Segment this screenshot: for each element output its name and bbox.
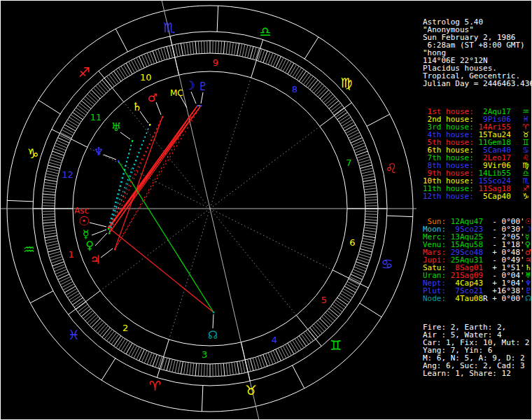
degree-tick	[111, 335, 119, 345]
degree-tick	[183, 43, 186, 55]
degree-tick	[139, 56, 145, 67]
degree-tick	[351, 274, 362, 280]
aspect-line	[115, 106, 201, 249]
degree-tick	[306, 76, 314, 86]
house-number-10: 10	[140, 72, 152, 83]
house-number-1: 1	[69, 249, 74, 260]
degree-tick	[299, 336, 306, 346]
degree-tick	[343, 122, 354, 128]
degree-tick	[316, 322, 324, 331]
pluto-pointer	[201, 92, 203, 104]
degree-tick	[332, 304, 342, 312]
saturn-glyph-icon: ♄	[132, 100, 142, 113]
degree-tick	[248, 46, 251, 57]
degree-tick	[204, 41, 205, 53]
degree-tick	[326, 313, 335, 321]
degree-tick	[192, 41, 194, 54]
venus-position-dot	[108, 232, 110, 234]
degree-tick	[229, 363, 230, 375]
degree-tick	[113, 336, 120, 346]
degree-tick	[63, 127, 74, 134]
degree-tick	[190, 42, 191, 55]
degree-tick	[43, 188, 56, 190]
house-number-2: 2	[122, 323, 128, 333]
degree-tick	[229, 42, 230, 55]
degree-tick	[362, 241, 374, 244]
degree-tick	[337, 298, 348, 304]
degree-tick	[310, 328, 318, 337]
degree-tick	[316, 85, 324, 94]
planet-position-list: Sun: 12Aqu47 - 0°00'☉Moon: 9Sco23 - 0°30…	[423, 218, 529, 302]
degree-tick	[118, 339, 125, 349]
degree-tick	[359, 162, 371, 166]
degree-tick	[190, 363, 191, 375]
degree-tick	[44, 182, 57, 184]
degree-tick	[323, 94, 332, 102]
degree-tick	[78, 105, 88, 113]
house-cusp-dotted	[100, 209, 210, 290]
degree-tick	[126, 63, 132, 74]
degree-tick	[106, 331, 114, 341]
degree-tick	[360, 168, 372, 171]
degree-tick	[365, 225, 377, 226]
degree-tick	[363, 236, 376, 238]
degree-tick	[93, 321, 102, 330]
degree-tick	[293, 340, 300, 351]
degree-tick	[301, 335, 309, 345]
degree-tick	[87, 314, 96, 323]
degree-tick	[328, 311, 337, 319]
degree-tick	[164, 47, 167, 59]
degree-tick	[347, 281, 358, 287]
degree-tick	[322, 92, 331, 101]
degree-tick	[337, 112, 348, 119]
degree-tick	[164, 358, 167, 370]
degree-tick	[97, 324, 106, 333]
house-cusp-list: 1st house: 2Aqu17♒ 2nd house: 9Pis06♓ 3r…	[423, 108, 529, 200]
degree-tick	[95, 322, 104, 331]
degree-tick	[318, 88, 327, 97]
degree-tick	[361, 244, 374, 246]
aspect-line	[108, 125, 150, 227]
element-tally: Fire: 2, Earth: 2,Air : 5, Water: 4Car: …	[423, 323, 529, 377]
mercury-pointer	[92, 230, 106, 235]
degree-tick	[290, 64, 296, 75]
degree-tick	[43, 227, 56, 229]
degree-tick	[239, 361, 241, 374]
degree-tick	[42, 203, 55, 204]
degree-tick	[74, 110, 85, 118]
planet-position-value: 4Tau08	[446, 295, 483, 302]
degree-tick	[363, 233, 376, 235]
aries-glyph-icon: ♈	[149, 378, 161, 393]
degree-tick	[352, 140, 363, 145]
house-number-8: 8	[292, 84, 298, 94]
degree-tick	[116, 69, 123, 80]
degree-tick	[226, 41, 227, 54]
degree-tick	[136, 349, 142, 360]
degree-tick	[121, 340, 128, 351]
house-number-5: 5	[321, 295, 327, 305]
degree-tick	[363, 176, 375, 178]
degree-tick	[121, 66, 128, 76]
degree-tick	[250, 46, 253, 58]
degree-tick	[329, 309, 339, 317]
degree-tick	[72, 298, 83, 304]
house-number-4: 4	[272, 335, 277, 345]
degree-tick	[111, 73, 119, 83]
degree-tick	[290, 342, 296, 352]
header-line-8: Julian Day = 2446463.4361	[423, 80, 529, 88]
venus-pointer	[95, 233, 107, 246]
house-cusp-dotted	[210, 209, 332, 270]
degree-tick	[304, 74, 312, 84]
degree-tick	[181, 362, 183, 374]
sign-boundary	[115, 29, 127, 52]
chart-header: Astrolog 5.40"Anonymous"Sun February 2, …	[423, 18, 529, 88]
degree-tick	[364, 188, 377, 190]
degree-tick	[234, 43, 237, 55]
degree-tick	[234, 362, 237, 374]
neptune-pointer	[104, 155, 116, 160]
undefined-icon: ☊	[525, 295, 532, 302]
degree-tick	[283, 346, 288, 357]
degree-tick	[334, 302, 344, 310]
aspect-line	[108, 117, 162, 227]
degree-tick	[118, 68, 125, 78]
